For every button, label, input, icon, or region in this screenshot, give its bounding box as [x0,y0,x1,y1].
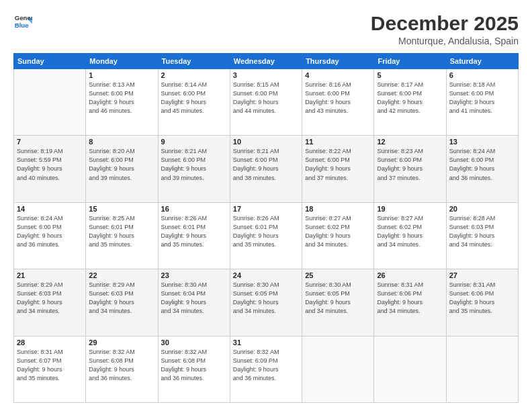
day-info: Sunrise: 8:23 AM Sunset: 6:00 PM Dayligh… [377,147,443,182]
table-row: 21Sunrise: 8:29 AM Sunset: 6:03 PM Dayli… [14,269,86,336]
day-number: 3 [233,71,299,79]
day-info: Sunrise: 8:31 AM Sunset: 6:06 PM Dayligh… [377,281,443,316]
day-info: Sunrise: 8:18 AM Sunset: 6:00 PM Dayligh… [449,81,515,116]
calendar-title: December 2025 [371,12,519,34]
day-number: 27 [449,271,515,279]
table-row [302,336,374,402]
col-sunday: Sunday [14,54,86,69]
table-row: 27Sunrise: 8:31 AM Sunset: 6:06 PM Dayli… [446,269,518,336]
day-info: Sunrise: 8:20 AM Sunset: 6:00 PM Dayligh… [89,147,154,182]
day-number: 12 [377,138,443,146]
col-monday: Monday [86,54,158,69]
day-info: Sunrise: 8:31 AM Sunset: 6:06 PM Dayligh… [449,281,515,316]
table-row: 5Sunrise: 8:17 AM Sunset: 6:00 PM Daylig… [374,69,446,136]
calendar-week-row: 21Sunrise: 8:29 AM Sunset: 6:03 PM Dayli… [14,269,519,336]
day-info: Sunrise: 8:27 AM Sunset: 6:02 PM Dayligh… [377,214,443,249]
day-number: 10 [233,138,299,146]
day-number: 6 [449,71,515,79]
day-info: Sunrise: 8:17 AM Sunset: 6:00 PM Dayligh… [377,81,443,116]
day-info: Sunrise: 8:30 AM Sunset: 6:05 PM Dayligh… [305,281,371,316]
day-number: 22 [89,271,154,279]
day-info: Sunrise: 8:28 AM Sunset: 6:03 PM Dayligh… [449,214,515,249]
table-row: 3Sunrise: 8:15 AM Sunset: 6:00 PM Daylig… [230,69,302,136]
day-info: Sunrise: 8:22 AM Sunset: 6:00 PM Dayligh… [305,147,371,182]
day-number: 9 [161,138,227,146]
calendar-week-row: 1Sunrise: 8:13 AM Sunset: 6:00 PM Daylig… [14,69,519,136]
table-row: 31Sunrise: 8:32 AM Sunset: 6:09 PM Dayli… [230,336,302,402]
table-row: 19Sunrise: 8:27 AM Sunset: 6:02 PM Dayli… [374,202,446,269]
calendar-header-row: Sunday Monday Tuesday Wednesday Thursday… [14,54,519,69]
table-row: 16Sunrise: 8:26 AM Sunset: 6:01 PM Dayli… [158,202,230,269]
calendar-subtitle: Monturque, Andalusia, Spain [371,36,519,46]
table-row: 23Sunrise: 8:30 AM Sunset: 6:04 PM Dayli… [158,269,230,336]
calendar-table: Sunday Monday Tuesday Wednesday Thursday… [13,53,519,403]
calendar-week-row: 7Sunrise: 8:19 AM Sunset: 5:59 PM Daylig… [14,136,519,202]
day-info: Sunrise: 8:21 AM Sunset: 6:00 PM Dayligh… [233,147,299,182]
table-row: 12Sunrise: 8:23 AM Sunset: 6:00 PM Dayli… [374,136,446,202]
day-number: 28 [17,338,83,347]
col-wednesday: Wednesday [230,54,302,69]
day-number: 30 [161,338,227,347]
day-info: Sunrise: 8:15 AM Sunset: 6:00 PM Dayligh… [233,81,299,116]
day-info: Sunrise: 8:32 AM Sunset: 6:09 PM Dayligh… [233,348,299,383]
day-info: Sunrise: 8:26 AM Sunset: 6:01 PM Dayligh… [161,214,227,249]
table-row: 14Sunrise: 8:24 AM Sunset: 6:00 PM Dayli… [14,202,86,269]
day-number: 23 [161,271,227,279]
table-row: 18Sunrise: 8:27 AM Sunset: 6:02 PM Dayli… [302,202,374,269]
day-info: Sunrise: 8:29 AM Sunset: 6:03 PM Dayligh… [89,281,154,316]
table-row: 17Sunrise: 8:26 AM Sunset: 6:01 PM Dayli… [230,202,302,269]
table-row: 13Sunrise: 8:24 AM Sunset: 6:00 PM Dayli… [446,136,518,202]
calendar-week-row: 28Sunrise: 8:31 AM Sunset: 6:07 PM Dayli… [14,336,519,402]
day-info: Sunrise: 8:32 AM Sunset: 6:08 PM Dayligh… [161,348,227,383]
logo-icon: General Blue [13,12,32,31]
day-info: Sunrise: 8:27 AM Sunset: 6:02 PM Dayligh… [305,214,371,249]
table-row: 2Sunrise: 8:14 AM Sunset: 6:00 PM Daylig… [158,69,230,136]
day-info: Sunrise: 8:16 AM Sunset: 6:00 PM Dayligh… [305,81,371,116]
day-number: 5 [377,71,443,79]
day-number: 1 [89,71,154,79]
day-info: Sunrise: 8:29 AM Sunset: 6:03 PM Dayligh… [17,281,83,316]
svg-text:Blue: Blue [15,21,29,29]
table-row: 10Sunrise: 8:21 AM Sunset: 6:00 PM Dayli… [230,136,302,202]
header: General Blue December 2025 Monturque, An… [13,12,519,46]
day-number: 21 [17,271,83,279]
table-row: 30Sunrise: 8:32 AM Sunset: 6:08 PM Dayli… [158,336,230,402]
day-number: 15 [89,205,154,213]
day-info: Sunrise: 8:30 AM Sunset: 6:04 PM Dayligh… [161,281,227,316]
table-row: 6Sunrise: 8:18 AM Sunset: 6:00 PM Daylig… [446,69,518,136]
day-number: 14 [17,205,83,213]
table-row: 1Sunrise: 8:13 AM Sunset: 6:00 PM Daylig… [86,69,158,136]
day-number: 2 [161,71,227,79]
title-block: December 2025 Monturque, Andalusia, Spai… [371,12,519,46]
day-info: Sunrise: 8:24 AM Sunset: 6:00 PM Dayligh… [449,147,515,182]
day-number: 18 [305,205,371,213]
col-saturday: Saturday [446,54,518,69]
day-info: Sunrise: 8:32 AM Sunset: 6:08 PM Dayligh… [89,348,154,383]
table-row: 9Sunrise: 8:21 AM Sunset: 6:00 PM Daylig… [158,136,230,202]
table-row: 22Sunrise: 8:29 AM Sunset: 6:03 PM Dayli… [86,269,158,336]
day-number: 7 [17,138,83,146]
col-thursday: Thursday [302,54,374,69]
table-row: 8Sunrise: 8:20 AM Sunset: 6:00 PM Daylig… [86,136,158,202]
day-number: 8 [89,138,154,146]
table-row: 28Sunrise: 8:31 AM Sunset: 6:07 PM Dayli… [14,336,86,402]
day-number: 19 [377,205,443,213]
day-number: 31 [233,338,299,347]
table-row: 20Sunrise: 8:28 AM Sunset: 6:03 PM Dayli… [446,202,518,269]
table-row [14,69,86,136]
day-number: 13 [449,138,515,146]
day-info: Sunrise: 8:31 AM Sunset: 6:07 PM Dayligh… [17,348,83,383]
day-number: 4 [305,71,371,79]
table-row [374,336,446,402]
table-row: 15Sunrise: 8:25 AM Sunset: 6:01 PM Dayli… [86,202,158,269]
day-info: Sunrise: 8:30 AM Sunset: 6:05 PM Dayligh… [233,281,299,316]
table-row: 7Sunrise: 8:19 AM Sunset: 5:59 PM Daylig… [14,136,86,202]
day-number: 26 [377,271,443,279]
day-number: 17 [233,205,299,213]
calendar-week-row: 14Sunrise: 8:24 AM Sunset: 6:00 PM Dayli… [14,202,519,269]
day-number: 25 [305,271,371,279]
table-row [446,336,518,402]
day-info: Sunrise: 8:24 AM Sunset: 6:00 PM Dayligh… [17,214,83,249]
day-info: Sunrise: 8:26 AM Sunset: 6:01 PM Dayligh… [233,214,299,249]
table-row: 29Sunrise: 8:32 AM Sunset: 6:08 PM Dayli… [86,336,158,402]
